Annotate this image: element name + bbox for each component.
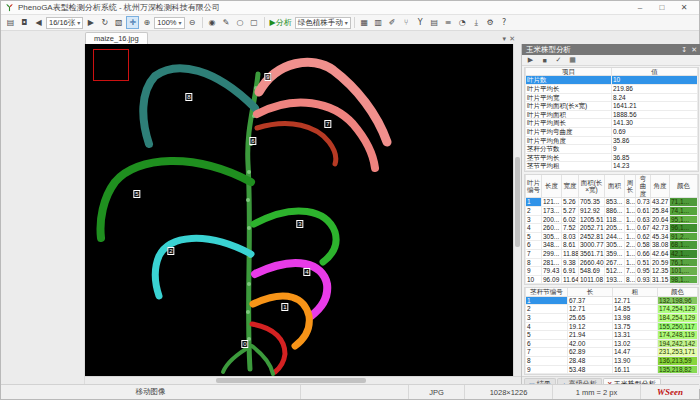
leaf-segment[interactable]: [254, 211, 336, 262]
minimize-button[interactable]: –: [629, 1, 651, 14]
zoom-tool-button[interactable]: ⊕: [140, 16, 153, 29]
table-row[interactable]: 叶片数10: [526, 76, 698, 85]
table-row[interactable]: 叶片平均宽8.24: [526, 93, 698, 102]
table-row[interactable]: 8281...9.382660.40267...1...0.5120.5976,…: [526, 258, 698, 267]
table-row[interactable]: 167.3712.71132,198,96: [526, 296, 698, 305]
edit-button[interactable]: ✐: [386, 16, 399, 29]
circle-tool-button[interactable]: ○: [234, 16, 247, 29]
vertical-scrollbar[interactable]: [513, 44, 521, 376]
leaf-segment[interactable]: [257, 103, 375, 168]
column-header[interactable]: 宽度: [562, 175, 579, 198]
table-row[interactable]: 茎节平均粗14.23: [526, 162, 698, 171]
help-button[interactable]: ?: [498, 16, 511, 29]
leaf-label-0[interactable]: 0: [241, 340, 248, 348]
leaf-segment[interactable]: [223, 346, 251, 372]
leaf-label-5[interactable]: 5: [133, 190, 140, 198]
leaf-segment[interactable]: [101, 161, 251, 238]
layers-button[interactable]: ▧: [112, 16, 125, 29]
leaf-label-8[interactable]: 8: [185, 93, 192, 101]
pin-icon[interactable]: ↧: [681, 46, 687, 54]
table-row[interactable]: 叶片平均弯曲度0.69: [526, 128, 698, 137]
table-row[interactable]: 953.4816.11135,218,82: [526, 365, 698, 374]
refresh-button[interactable]: ↻: [98, 16, 111, 29]
tab-close-button[interactable]: ✕: [509, 35, 515, 43]
column-header[interactable]: 长度: [542, 175, 562, 198]
leaf-segment[interactable]: [143, 68, 255, 144]
pencil-tool-button[interactable]: ✎: [220, 16, 233, 29]
column-header[interactable]: 角度: [651, 175, 670, 198]
panel-check-icon[interactable]: ✓: [553, 56, 564, 65]
leaf-segment[interactable]: [257, 124, 336, 164]
skeleton-button[interactable]: Y: [414, 16, 427, 29]
table-row[interactable]: 7299...11.883561.71359...1...0.6642.6442…: [526, 249, 698, 258]
table-row[interactable]: 212.7114.85174,254,129: [526, 305, 698, 314]
list-view-button[interactable]: ≡: [442, 16, 455, 29]
horizontal-scrollbar[interactable]: [85, 376, 521, 384]
close-button[interactable]: ✕: [673, 1, 695, 14]
mode-select[interactable]: 绿色植株手动 ▾: [295, 17, 351, 29]
snapshot-button[interactable]: ◘: [18, 16, 31, 29]
maximize-button[interactable]: □: [651, 1, 673, 14]
next-image-button[interactable]: ▶: [84, 16, 97, 29]
leaf-label-1[interactable]: 1: [281, 303, 288, 311]
leaf-label-4[interactable]: 4: [303, 268, 310, 276]
table-row[interactable]: 叶片平均角度35.86: [526, 136, 698, 145]
export-button[interactable]: ⤓: [470, 16, 483, 29]
vertical-scrollbar-thumb[interactable]: [515, 157, 520, 247]
leaf-label-7[interactable]: 7: [324, 120, 331, 128]
pan-tool-button[interactable]: ✛: [126, 16, 139, 29]
panel-grid-icon[interactable]: ▦: [567, 56, 578, 65]
table-row[interactable]: 4260...7.522052.71205...1...0.6742.7396,…: [526, 224, 698, 233]
rect-tool-button[interactable]: ▢: [248, 16, 261, 29]
horizontal-scrollbar-thumb[interactable]: [216, 378, 366, 383]
analyze-button[interactable]: ▶ 分析: [268, 16, 294, 29]
settings-button[interactable]: ⚙: [484, 16, 497, 29]
table-row[interactable]: 979.436.91548.69512...7...0.9512.35101,.…: [526, 267, 698, 276]
prev-image-button[interactable]: ◀: [32, 16, 45, 29]
table-row[interactable]: 3200...6.021205.51118...1...0.6320.6495,…: [526, 215, 698, 224]
table-row[interactable]: 茎节平均长36.85: [526, 153, 698, 162]
table-row[interactable]: 叶片平均面积1888.56: [526, 110, 698, 119]
leaf-label-3[interactable]: 3: [296, 220, 303, 228]
document-tab[interactable]: maize_16.jpg: [85, 32, 148, 44]
panel-close-icon[interactable]: ✕: [691, 46, 697, 54]
leaf-segment[interactable]: [252, 346, 273, 374]
column-header[interactable]: 颜色: [658, 288, 698, 296]
table-row[interactable]: 茎秆分节数9: [526, 145, 698, 154]
report-button[interactable]: ▥: [372, 16, 385, 29]
column-header[interactable]: 长: [568, 288, 613, 296]
table-row[interactable]: 521.9413.31174,248,119: [526, 331, 698, 340]
table-row[interactable]: 325.6513.98184,254,129: [526, 314, 698, 323]
plant-button[interactable]: ⑂: [400, 16, 413, 29]
column-header[interactable]: 周长: [625, 175, 636, 198]
save-button[interactable]: ▤: [4, 16, 17, 29]
leaf-label-9[interactable]: 9: [264, 73, 271, 81]
column-header[interactable]: 粗: [613, 288, 658, 296]
column-header[interactable]: 叶片编号: [526, 175, 542, 198]
table-row[interactable]: 419.1213.75155,250,117: [526, 322, 698, 331]
table-row[interactable]: 642.0013.02194,242,142: [526, 339, 698, 348]
column-header[interactable]: 弯曲度: [636, 175, 651, 198]
table-view-button[interactable]: ▤: [428, 16, 441, 29]
column-header[interactable]: 面积: [605, 175, 625, 198]
thumbnail-view-button[interactable]: ▦: [358, 16, 371, 29]
table-row[interactable]: 828.4813.90136,213,59: [526, 356, 698, 365]
table-row[interactable]: 叶片平均面积(长×宽)1641.21: [526, 102, 698, 111]
zoom-level-select[interactable]: 100% ▾: [154, 17, 184, 29]
leaf-label-2[interactable]: 2: [167, 247, 174, 255]
table-row[interactable]: 叶片平均长219.86: [526, 85, 698, 94]
table-row[interactable]: 1096.0911.641011.08193...8...0.9331.1598…: [526, 275, 698, 284]
table-row[interactable]: 762.8914.47231,253,171: [526, 348, 698, 357]
table-row[interactable]: 1121...5.26705.35853...8...0.7343.2771,1…: [526, 198, 698, 207]
tab-menu-button[interactable]: ▾: [503, 35, 507, 43]
column-header[interactable]: 项目: [526, 68, 612, 76]
image-canvas[interactable]: 9876532410: [85, 44, 513, 376]
column-header[interactable]: 面积(长×宽): [579, 175, 605, 198]
table-row[interactable]: 叶片平均周长141.30: [526, 119, 698, 128]
image-counter-select[interactable]: 16/16张 ▾: [46, 17, 83, 29]
column-header[interactable]: 颜色: [670, 175, 698, 198]
marker-tool-button[interactable]: ◉: [206, 16, 219, 29]
table-row[interactable]: 2173...5.27912.92886...1...0.6125.8474,1…: [526, 207, 698, 216]
leaf-segment[interactable]: [255, 263, 327, 316]
leaf-label-6[interactable]: 6: [249, 137, 256, 145]
